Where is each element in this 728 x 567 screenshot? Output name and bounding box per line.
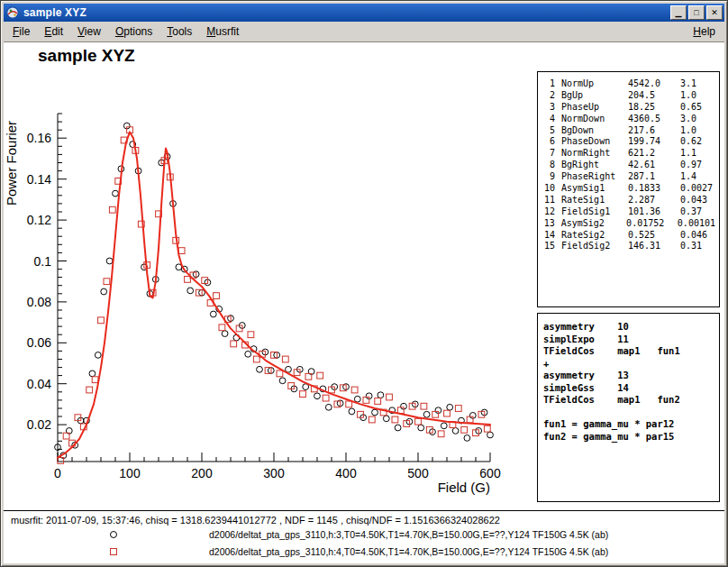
param-pn: 12 bbox=[543, 206, 555, 218]
legend-label: d2006/deltat_pta_gps_3110,h:4,T0=4.50K,T… bbox=[209, 546, 608, 557]
theory-line: asymmetry 13 bbox=[543, 370, 714, 382]
svg-text:300: 300 bbox=[263, 466, 285, 480]
param-pn: 15 bbox=[543, 241, 555, 252]
param-pn: 2 bbox=[543, 90, 555, 102]
param-pn: 1 bbox=[543, 78, 555, 90]
param-row: 9PhaseRight287.11.4 bbox=[543, 171, 715, 183]
menu-item-file[interactable]: File bbox=[5, 23, 37, 41]
maximize-button[interactable]: □ bbox=[688, 5, 705, 20]
param-box-rows: 1NormUp4542.03.12BgUp204.51.03PhaseUp18.… bbox=[543, 78, 715, 252]
svg-text:100: 100 bbox=[119, 466, 141, 480]
param-pname: AsymSig2 bbox=[561, 218, 626, 230]
minimize-button[interactable]: ▁ bbox=[670, 5, 687, 20]
param-row: 10AsymSig10.18330.0027 bbox=[543, 183, 715, 195]
theory-line: asymmetry 10 bbox=[543, 321, 714, 334]
titlebar[interactable]: sample XYZ ▁□✕ bbox=[4, 4, 724, 22]
param-pval: 2.287 bbox=[628, 195, 680, 206]
param-row: 2BgUp204.51.0 bbox=[543, 90, 715, 102]
theory-line: TFieldCos map1 fun2 bbox=[543, 394, 714, 407]
param-pval: 199.74 bbox=[628, 136, 680, 148]
param-perr: 3.1 bbox=[680, 78, 715, 90]
minimize-icon: ▁ bbox=[676, 9, 682, 17]
app-icon[interactable] bbox=[5, 5, 20, 20]
param-pname: BgRight bbox=[561, 160, 628, 171]
menu-item-options[interactable]: Options bbox=[108, 23, 159, 41]
param-row: 1NormUp4542.03.1 bbox=[543, 78, 715, 90]
param-pval: 42.61 bbox=[628, 160, 680, 171]
legend-label: d2006/deltat_pta_gps_3110,h:3,T0=4.50K,T… bbox=[209, 529, 608, 540]
menu-item-musrfit[interactable]: Musrfit bbox=[199, 23, 246, 41]
menubar-left: FileEditViewOptionsToolsMusrfit bbox=[5, 23, 246, 41]
fit-status-line: musrfit: 2011-07-09, 15:37:46, chisq = 1… bbox=[11, 515, 500, 526]
svg-text:0.14: 0.14 bbox=[27, 172, 51, 187]
window-controls: ▁□✕ bbox=[669, 5, 723, 20]
param-row: 3PhaseUp18.250.65 bbox=[543, 102, 715, 114]
param-pn: 4 bbox=[543, 114, 555, 125]
root-canvas[interactable]: sample XYZ 01002003004005006000.020.040.… bbox=[4, 42, 724, 563]
menu-item-edit[interactable]: Edit bbox=[37, 23, 70, 41]
plot-svg[interactable]: 01002003004005006000.020.040.060.080.10.… bbox=[4, 85, 517, 508]
param-pname: FieldSig2 bbox=[561, 241, 628, 252]
param-row: 12FieldSig1101.360.37 bbox=[543, 206, 715, 218]
param-pval: 4542.0 bbox=[628, 78, 680, 90]
param-perr: 3.0 bbox=[680, 114, 715, 125]
param-pn: 5 bbox=[543, 125, 555, 137]
theory-line: fun1 = gamma_mu * par12 bbox=[543, 418, 714, 431]
theory-line bbox=[543, 407, 714, 419]
param-perr: 0.31 bbox=[680, 241, 715, 252]
param-perr: 0.0027 bbox=[680, 183, 715, 195]
param-pname: NormDown bbox=[561, 114, 628, 125]
theory-line: simplExpo 11 bbox=[543, 334, 714, 346]
param-pn: 14 bbox=[543, 230, 555, 242]
param-pn: 10 bbox=[543, 183, 555, 195]
param-pname: BgDown bbox=[561, 125, 628, 137]
param-pname: RateSig1 bbox=[561, 195, 628, 206]
param-pval: 0.525 bbox=[628, 230, 680, 242]
param-row: 13AsymSig20.017520.00101 bbox=[543, 218, 715, 230]
maximize-icon: □ bbox=[694, 9, 698, 17]
param-row: 11RateSig12.2870.043 bbox=[543, 195, 715, 206]
param-perr: 1.1 bbox=[680, 148, 715, 160]
close-button[interactable]: ✕ bbox=[706, 5, 723, 20]
theory-line: + bbox=[543, 358, 714, 370]
parameter-pave[interactable]: 1NormUp4542.03.12BgUp204.51.03PhaseUp18.… bbox=[537, 71, 720, 307]
param-pval: 621.2 bbox=[628, 148, 680, 160]
param-row: 8BgRight42.610.97 bbox=[543, 160, 715, 171]
svg-text:0.08: 0.08 bbox=[27, 295, 51, 309]
param-perr: 0.37 bbox=[680, 206, 715, 218]
menu-item-help[interactable]: Help bbox=[686, 23, 723, 41]
menu-item-tools[interactable]: Tools bbox=[159, 23, 199, 41]
param-pn: 6 bbox=[543, 136, 555, 148]
param-row: 15FieldSig2146.310.31 bbox=[543, 241, 715, 252]
param-pn: 3 bbox=[543, 102, 555, 114]
svg-text:500: 500 bbox=[407, 466, 429, 480]
param-pname: AsymSig1 bbox=[561, 183, 628, 195]
param-pval: 287.1 bbox=[628, 171, 680, 183]
param-perr: 1.0 bbox=[680, 125, 715, 137]
param-row: 6PhaseDown199.740.62 bbox=[543, 136, 715, 148]
svg-text:0.02: 0.02 bbox=[27, 417, 51, 432]
plot-title: sample XYZ bbox=[38, 46, 135, 66]
theory-line: simpleGss 14 bbox=[543, 382, 714, 395]
param-pname: FieldSig1 bbox=[561, 206, 628, 218]
param-pn: 8 bbox=[543, 160, 555, 171]
app-window: sample XYZ ▁□✕ FileEditViewOptionsToolsM… bbox=[0, 0, 728, 567]
param-pname: PhaseRight bbox=[561, 171, 628, 183]
theory-pave[interactable]: asymmetry 10simplExpo 11TFieldCos map1 f… bbox=[537, 313, 720, 502]
param-pval: 146.31 bbox=[628, 241, 680, 252]
param-pval: 101.36 bbox=[628, 206, 680, 218]
param-pname: NormUp bbox=[561, 78, 628, 90]
param-pval: 18.25 bbox=[628, 102, 680, 114]
theory-line: TFieldCos map1 fun1 bbox=[543, 345, 714, 358]
param-pn: 7 bbox=[543, 148, 555, 160]
square-marker-icon bbox=[110, 548, 117, 555]
param-perr: 1.4 bbox=[680, 171, 715, 183]
param-perr: 1.0 bbox=[680, 90, 715, 102]
param-row: 5BgDown217.61.0 bbox=[543, 125, 715, 137]
svg-text:0: 0 bbox=[54, 466, 61, 480]
svg-text:0.12: 0.12 bbox=[27, 213, 51, 227]
svg-text:0.06: 0.06 bbox=[27, 335, 51, 350]
param-perr: 0.043 bbox=[680, 195, 715, 206]
menu-item-view[interactable]: View bbox=[70, 23, 108, 41]
param-pval: 0.01752 bbox=[626, 218, 678, 230]
